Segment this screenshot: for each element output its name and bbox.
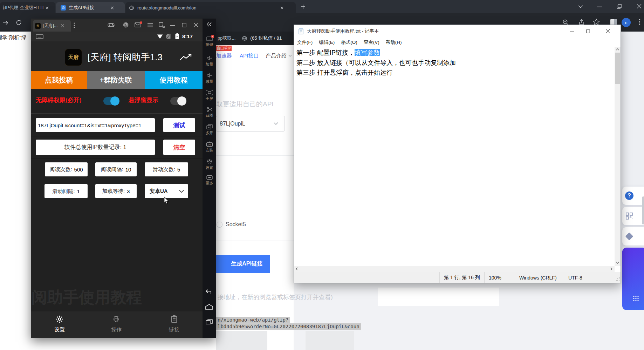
tab-settings[interactable]: 设置 [48, 315, 71, 333]
android-back-button[interactable] [205, 289, 213, 295]
hamburger-menu-icon[interactable] [147, 23, 153, 27]
background-tab-title2[interactable]: (65 封私信 / 81 [250, 35, 282, 41]
promo-badge: 窗口单IP [216, 46, 232, 51]
android-home-button[interactable] [205, 304, 213, 310]
tab-actions[interactable]: 操作 [105, 315, 128, 333]
clear-button[interactable]: 清空 [163, 140, 195, 155]
vertical-scrollbar[interactable] [615, 47, 621, 266]
minimize-button[interactable] [597, 6, 602, 7]
menu-format[interactable]: 格式(O) [338, 39, 361, 46]
kebab-menu-icon[interactable] [74, 22, 75, 28]
nav-accelerator[interactable]: 加速器 [216, 53, 232, 59]
service-widget[interactable] [622, 227, 644, 245]
account-icon[interactable] [123, 22, 129, 28]
resize-capture-icon[interactable] [159, 22, 165, 28]
help-widget[interactable]: ? [622, 187, 644, 205]
chevron-down-icon [288, 54, 292, 57]
close-icon[interactable] [111, 6, 114, 9]
scroll-down-icon[interactable] [616, 262, 619, 264]
sidebar-item-label: 减量 [203, 79, 216, 84]
submit-button[interactable]: 点我投稿 [31, 71, 87, 89]
gamepad-icon[interactable] [108, 22, 115, 28]
sidebar-item-multi-instance[interactable]: 多开 [203, 124, 216, 136]
browser-tab-1[interactable]: 猫IP代理-企业级HTTP服务提供 [0, 2, 55, 13]
close-window-button[interactable] [596, 25, 620, 38]
scrollbar-thumb[interactable] [615, 53, 620, 84]
tutorial-button-label: 使用教程 [160, 75, 188, 85]
maximize-button[interactable] [182, 23, 186, 27]
android-recents-button[interactable] [206, 319, 213, 325]
close-icon[interactable] [61, 24, 64, 27]
sidebar-item-volume-up[interactable]: 加量 [203, 55, 216, 67]
close-window-button[interactable] [637, 4, 642, 9]
float-window-toggle[interactable] [170, 97, 186, 105]
menu-file[interactable]: 文件(F) [294, 39, 316, 46]
ua-dropdown[interactable]: 安卓UA [145, 184, 188, 198]
scroll-right-icon[interactable] [610, 267, 612, 270]
page-scrollbar-thumb[interactable] [642, 196, 644, 224]
app-favicon: 天 [35, 23, 41, 29]
nav-products[interactable]: 产品介绍 [266, 53, 287, 59]
swipe-count-field[interactable]: 滑动次数: 5 [145, 162, 188, 176]
notepad-titlebar[interactable]: 天府转阅助手使用教程.txt - 记事本 [294, 25, 621, 38]
api-link-input[interactable]: 187LjOupiL&count=1&isTxt=1&proxyType=1 [36, 118, 155, 132]
mail-icon[interactable] [135, 22, 141, 27]
read-interval-field[interactable]: 阅读间隔: 10 [95, 162, 137, 176]
close-icon[interactable] [280, 6, 283, 9]
kebab-menu-icon[interactable] [639, 19, 640, 25]
test-button[interactable]: 测试 [163, 118, 195, 132]
nav-api[interactable]: API接口 [240, 53, 259, 59]
new-tab-button[interactable] [301, 4, 306, 9]
read-count-field[interactable]: 阅读次数: 500 [45, 162, 88, 176]
load-wait-field[interactable]: 加载等待: 3 [95, 184, 137, 198]
tab-links[interactable]: 链接 [163, 315, 185, 333]
menu-edit[interactable]: 编辑(E) [316, 39, 338, 46]
scroll-left-icon[interactable] [296, 267, 298, 270]
browser-tab-3[interactable]: route.xiongmaodaili.com/xion [125, 2, 296, 13]
menu-view[interactable]: 查看(V) [361, 39, 383, 46]
order-dropdown[interactable]: 87LjOupiL [216, 116, 285, 132]
generate-api-button[interactable]: 生成API链接 [215, 255, 270, 273]
sidebar-item-more[interactable]: 更多 [203, 175, 216, 186]
close-icon[interactable] [46, 6, 49, 9]
browser-tab-2[interactable]: @ 生成API链接 [56, 2, 125, 13]
tab-actions-label: 操作 [105, 327, 128, 333]
table-row [216, 331, 267, 350]
accessibility-toggle[interactable] [103, 97, 119, 105]
tutorial-button[interactable]: 使用教程 [145, 71, 203, 89]
text-line: 第一步 配置IP链接，填写参数 [296, 48, 615, 58]
group-button[interactable]: +群防失联 [87, 71, 145, 89]
background-tab-title[interactable]: pp获取... [218, 35, 235, 41]
collapse-sidebar-icon[interactable] [206, 22, 212, 27]
sidebar-item-volume-down[interactable]: 减量 [203, 73, 216, 84]
sidebar-item-screenshot[interactable]: 截图 [203, 107, 216, 118]
avatar[interactable]: c [622, 18, 631, 27]
scroll-up-icon[interactable] [616, 48, 619, 51]
sidebar-item-keymap[interactable]: x 按键 [203, 36, 216, 47]
menu-help[interactable]: 帮助(H) [383, 39, 405, 46]
divider [31, 113, 203, 114]
maximize-button[interactable] [580, 25, 596, 38]
swipe-interval-field[interactable]: 滑动间隔: 1 [44, 184, 88, 198]
qr-widget[interactable] [622, 207, 644, 225]
sidebar-item-install-apk[interactable]: APK 安装 [203, 141, 216, 153]
close-window-button[interactable] [194, 23, 198, 27]
sidebar-item-settings[interactable]: 设置 [203, 158, 216, 170]
minimize-button[interactable] [170, 25, 175, 26]
gear-dotted-icon [206, 158, 213, 164]
maximize-button[interactable] [617, 4, 622, 9]
horizontal-scrollbar[interactable] [294, 266, 615, 272]
question-icon: ? [625, 191, 633, 200]
reload-icon[interactable] [15, 19, 22, 26]
sidebar-item-fullscreen[interactable]: 全屏 [203, 90, 216, 101]
notepad-text-area[interactable]: 第一步 配置IP链接，填写参数 第二步 放入链接（可以从文件导入，也可也手动复制… [294, 47, 615, 266]
minimize-button[interactable] [564, 25, 580, 38]
forward-icon[interactable] [2, 20, 9, 26]
tab-search-icon[interactable] [578, 5, 583, 8]
field-label: 滑动次数: [153, 166, 175, 173]
chart-line-icon[interactable] [179, 53, 192, 61]
socket5-option[interactable]: Socket5 [217, 221, 246, 228]
resize-grip[interactable] [616, 276, 620, 282]
promo-panel[interactable] [622, 248, 644, 310]
emulator-tab[interactable]: 天 [天府]... [33, 20, 71, 32]
